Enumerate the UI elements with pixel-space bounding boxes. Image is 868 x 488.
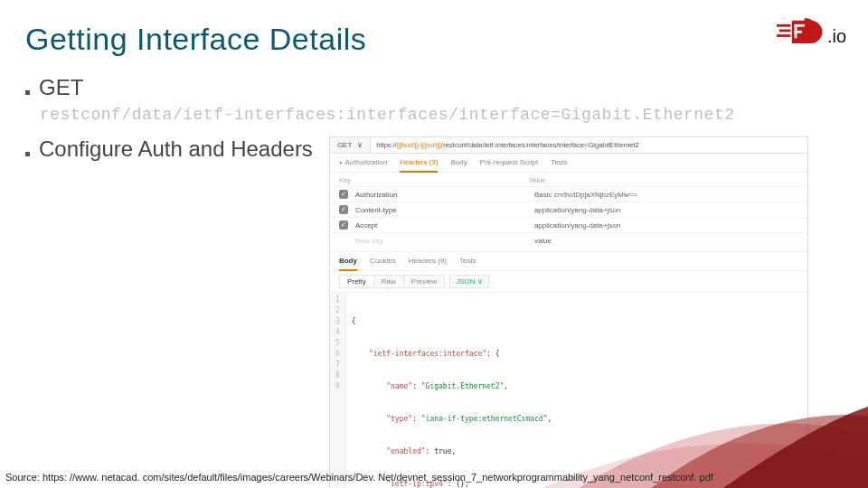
checkbox-icon[interactable]: ✓ bbox=[339, 221, 348, 230]
header-key: Authorization bbox=[355, 191, 527, 199]
code: , bbox=[504, 382, 508, 390]
source-citation: Source: https: //www. netacad. com/sites… bbox=[5, 472, 863, 483]
tab-prerequest[interactable]: Pre-request Script bbox=[480, 158, 538, 172]
line-num: 6 bbox=[335, 349, 340, 360]
header-value: Basic cm9vdDpjaXNjbzEyMw== bbox=[534, 191, 798, 199]
code bbox=[352, 382, 387, 390]
restconf-url: restconf/data/ietf-interfaces:interfaces… bbox=[40, 106, 843, 124]
tab-resp-body[interactable]: Body bbox=[339, 257, 357, 271]
tab-body[interactable]: Body bbox=[450, 158, 467, 172]
bullet-icon bbox=[25, 90, 30, 95]
brand-logo: .io bbox=[777, 16, 846, 49]
bullet-icon bbox=[25, 152, 30, 156]
bullet-get-text: GET bbox=[39, 75, 83, 100]
tab-resp-headers[interactable]: Headers (9) bbox=[409, 257, 447, 270]
slide: Getting Interface Details .io GET restco… bbox=[0, 0, 868, 488]
checkbox-icon[interactable]: ✓ bbox=[339, 190, 348, 199]
code-source: { "ietf-interfaces:interface": { "name":… bbox=[346, 293, 558, 488]
code: : bbox=[412, 382, 421, 390]
response-tabs: Body Cookies Headers (9) Tests bbox=[330, 251, 807, 271]
code: "Gigabit.Ethernet2" bbox=[421, 382, 505, 390]
svg-rect-5 bbox=[794, 31, 801, 33]
checkbox-icon[interactable]: ✓ bbox=[339, 205, 348, 214]
line-num: 7 bbox=[335, 360, 340, 371]
svg-rect-2 bbox=[777, 34, 790, 37]
tab-resp-cookies[interactable]: Cookies bbox=[370, 257, 396, 270]
header-row[interactable]: ✓ Authorization Basic cm9vdDpjaXNjbzEyMw… bbox=[330, 186, 807, 202]
line-num: 9 bbox=[335, 381, 340, 392]
content-area: GET restconf/data/ietf-interfaces:interf… bbox=[25, 75, 843, 488]
line-num: 5 bbox=[335, 338, 340, 349]
col-key: Key bbox=[339, 176, 520, 184]
col-value: Value bbox=[529, 176, 546, 184]
header-key: Content-type bbox=[355, 206, 527, 214]
code: "name" bbox=[386, 382, 412, 390]
bullet-get: GET bbox=[25, 75, 843, 100]
bullet-auth: Configure Auth and Headers bbox=[25, 136, 313, 162]
svg-rect-4 bbox=[794, 24, 804, 27]
url-host-var: {{host}} bbox=[397, 141, 419, 149]
response-body: 1 2 3 4 5 6 7 8 9 { "ietf-interfaces:int… bbox=[330, 293, 807, 488]
http-method-label: GET bbox=[337, 141, 352, 149]
line-num: 8 bbox=[335, 371, 340, 381]
code bbox=[352, 447, 387, 455]
raw-button[interactable]: Raw bbox=[373, 275, 404, 288]
header-row[interactable]: ✓ Accept application/yang-data+json bbox=[330, 217, 807, 232]
url-input[interactable]: https://{{host}}:{{port}}/restconf/data/… bbox=[371, 137, 807, 153]
checkbox-empty-icon[interactable] bbox=[339, 236, 348, 245]
header-value: application/yang-data+json bbox=[534, 221, 798, 230]
tab-tests[interactable]: Tests bbox=[551, 158, 568, 172]
tab-headers[interactable]: Headers (3) bbox=[400, 158, 438, 173]
url-scheme: https:// bbox=[376, 141, 397, 149]
header-row-new[interactable]: New key value bbox=[330, 232, 807, 248]
line-num: 4 bbox=[335, 327, 340, 338]
chevron-down-icon: ∨ bbox=[357, 141, 363, 149]
code: : bbox=[426, 447, 435, 455]
line-num: 3 bbox=[335, 316, 340, 327]
svg-rect-1 bbox=[779, 30, 791, 33]
json-dropdown[interactable]: JSON ∨ bbox=[449, 275, 489, 288]
fdio-logo-icon bbox=[777, 16, 827, 49]
postman-panel: GET ∨ https://{{host}}:{{port}}/restconf… bbox=[329, 136, 808, 488]
code: , bbox=[547, 415, 552, 423]
code: true bbox=[434, 447, 451, 455]
header-row[interactable]: ✓ Content-type application/yang-data+jso… bbox=[330, 202, 807, 217]
url-port-var: {{port}} bbox=[420, 141, 441, 149]
preview-button[interactable]: Preview bbox=[403, 275, 445, 288]
code: : bbox=[412, 415, 421, 423]
http-method-dropdown[interactable]: GET ∨ bbox=[330, 137, 371, 153]
code: "iana-if-type:ethernetCsmacd" bbox=[421, 415, 548, 423]
slide-title: Getting Interface Details bbox=[25, 22, 843, 57]
url-path: /restconf/data/ietf-interfaces:interface… bbox=[441, 141, 639, 149]
request-tabs: Authorization Headers (3) Body Pre-reque… bbox=[330, 154, 807, 173]
svg-rect-0 bbox=[777, 24, 790, 27]
code: "ietf-interfaces:interface" bbox=[369, 350, 486, 358]
bullet-auth-text: Configure Auth and Headers bbox=[39, 136, 313, 162]
headers-columns: Key Value bbox=[330, 173, 807, 186]
header-key-placeholder: New key bbox=[355, 237, 527, 245]
pretty-button[interactable]: Pretty bbox=[339, 275, 374, 288]
line-num: 1 bbox=[335, 295, 340, 305]
header-value-placeholder: value bbox=[534, 237, 798, 245]
code bbox=[352, 415, 387, 423]
line-num: 2 bbox=[335, 305, 340, 316]
logo-text: .io bbox=[827, 26, 846, 47]
code: "enabled" bbox=[386, 447, 425, 455]
tab-authorization[interactable]: Authorization bbox=[339, 158, 387, 172]
code: "type" bbox=[386, 415, 412, 423]
request-bar: GET ∨ https://{{host}}:{{port}}/restconf… bbox=[330, 137, 807, 154]
code: : { bbox=[486, 350, 499, 358]
response-format-bar: Pretty Raw Preview JSON ∨ bbox=[330, 271, 807, 293]
header-value: application/yang-data+json bbox=[534, 206, 798, 214]
code: { bbox=[352, 317, 356, 325]
code: , bbox=[452, 447, 457, 455]
line-gutter: 1 2 3 4 5 6 7 8 9 bbox=[330, 293, 346, 488]
tab-resp-tests[interactable]: Tests bbox=[459, 257, 476, 270]
header-key: Accept bbox=[355, 221, 527, 230]
code bbox=[352, 350, 369, 358]
